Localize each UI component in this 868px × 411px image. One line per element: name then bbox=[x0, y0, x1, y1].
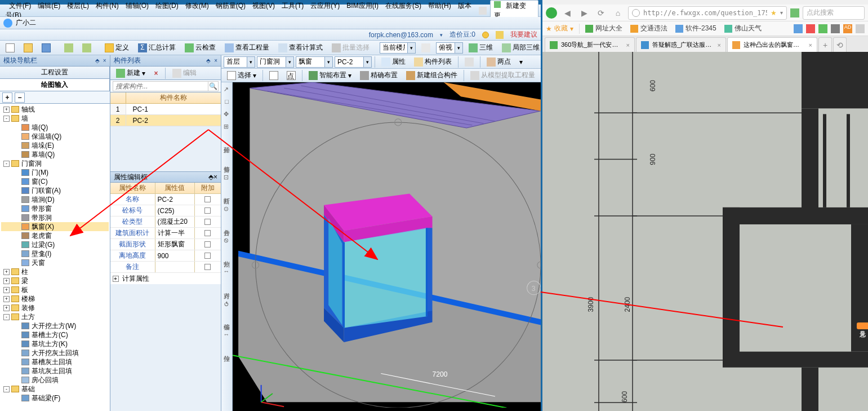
local-3d-button[interactable]: 局部三维 bbox=[498, 41, 543, 54]
dropdown-icon[interactable] bbox=[479, 7, 487, 15]
tree-node[interactable]: 过梁(G) bbox=[1, 240, 109, 249]
tree-node[interactable]: -土方 bbox=[1, 312, 109, 321]
menu-item[interactable]: BIM应用(I) bbox=[343, 1, 382, 11]
tree-node[interactable]: -墙 bbox=[1, 114, 109, 123]
vtool-button[interactable]: ⊡ bbox=[222, 173, 232, 182]
side-badge[interactable]: 意见 bbox=[857, 322, 868, 329]
tree-node[interactable]: 老虎窗 bbox=[1, 231, 109, 240]
toggle-icon[interactable]: - bbox=[3, 161, 10, 167]
property-button[interactable]: 属性 bbox=[378, 55, 409, 68]
vtool-button[interactable]: ⟲ bbox=[222, 299, 232, 308]
ad-icon[interactable]: AD bbox=[843, 24, 852, 33]
tree-node[interactable]: 飘窗(X) bbox=[1, 222, 109, 231]
tree-node[interactable]: 保温墙(Q) bbox=[1, 132, 109, 141]
3d-viewport[interactable]: 7200 3 bbox=[233, 82, 541, 411]
menu-item[interactable]: 绘图(D) bbox=[152, 1, 182, 11]
checkbox[interactable] bbox=[204, 196, 211, 202]
expand-all-button[interactable]: + bbox=[2, 92, 12, 103]
tree-node[interactable]: 墙洞(D) bbox=[1, 195, 109, 204]
menu-item[interactable]: 修改(M) bbox=[182, 1, 212, 11]
chevron-down-icon[interactable]: ▾ bbox=[455, 43, 462, 53]
tree-node[interactable]: 带形洞 bbox=[1, 213, 109, 222]
prop-value[interactable]: PC-2 bbox=[155, 194, 195, 205]
vtool-button[interactable]: 合并 bbox=[222, 216, 232, 232]
vtool-button[interactable]: 修剪 bbox=[222, 153, 232, 169]
menu-item[interactable]: 辅轴(O) bbox=[122, 1, 152, 11]
snap1-button[interactable] bbox=[266, 69, 282, 82]
menu-item[interactable]: 云应用(Y) bbox=[307, 1, 343, 11]
item-select[interactable]: ▾ bbox=[335, 56, 372, 68]
dd-button[interactable]: ▾ bbox=[516, 56, 526, 68]
chevron-down-icon[interactable]: ▾ bbox=[247, 57, 255, 67]
prop-row[interactable]: 砼类型(混凝土20 bbox=[110, 216, 221, 228]
floor-combo[interactable]: ▾ bbox=[380, 42, 416, 54]
tree-node[interactable]: 基坑土方(K) bbox=[1, 339, 109, 348]
vtool-button[interactable]: ⊙ bbox=[222, 204, 232, 213]
define-button[interactable]: 定义 bbox=[101, 41, 132, 54]
3d-button[interactable]: 三维 bbox=[465, 41, 496, 54]
tree-node[interactable]: 基槽土方(C) bbox=[1, 330, 109, 339]
tree-node[interactable]: 幕墙(Q) bbox=[1, 150, 109, 159]
floor-icon-button[interactable] bbox=[418, 42, 434, 54]
nav-tree[interactable]: +轴线-墙墙(Q)保温墙(Q)墙垛(E)幕墙(Q)-门窗洞门(M)窗(C)门联窗… bbox=[0, 104, 110, 411]
star-icon[interactable]: ★ bbox=[771, 9, 777, 17]
save-button[interactable] bbox=[38, 42, 54, 54]
tree-node[interactable]: 带形窗 bbox=[1, 204, 109, 213]
browser-tab[interactable]: 答疑解惑_广联达服务新× bbox=[636, 37, 726, 52]
dropdown-icon[interactable]: ▾ bbox=[780, 10, 783, 16]
view-combo[interactable]: ▾ bbox=[436, 42, 463, 54]
browser-tab[interactable]: 这种凸出去的飘窗怎么× bbox=[727, 37, 817, 52]
prop-value[interactable]: (混凝土20 bbox=[155, 216, 195, 227]
menu-item[interactable]: 钢筋量(Q) bbox=[212, 1, 249, 11]
bookmark-item[interactable]: 软件-2345 bbox=[675, 24, 716, 33]
tree-node[interactable]: 窗(C) bbox=[1, 177, 109, 186]
toggle-icon[interactable]: + bbox=[3, 107, 10, 113]
checkbox[interactable] bbox=[204, 253, 211, 259]
select-button[interactable]: 选择 ▾ bbox=[224, 69, 260, 82]
prop-value[interactable]: 900 bbox=[155, 250, 195, 261]
menu-item[interactable]: 工具(T) bbox=[278, 1, 307, 11]
collapse-all-button[interactable]: − bbox=[15, 92, 25, 103]
vtool-button[interactable]: ⊘ bbox=[222, 236, 232, 245]
chevron-down-icon[interactable]: ▾ bbox=[363, 57, 371, 67]
url-input[interactable] bbox=[643, 9, 767, 17]
vtool-button[interactable]: 偏移 bbox=[222, 311, 232, 327]
smart-layout-button[interactable]: 智能布置 ▾ bbox=[305, 69, 355, 82]
tree-node[interactable]: 壁龛(I) bbox=[1, 249, 109, 258]
prop-value[interactable]: (C25) bbox=[155, 205, 195, 216]
tree-node[interactable]: +柱 bbox=[1, 267, 109, 276]
tab-close-icon[interactable]: × bbox=[626, 42, 630, 48]
ext5-icon[interactable] bbox=[856, 24, 865, 33]
toggle-icon[interactable]: + bbox=[3, 269, 10, 275]
new-doc-button[interactable] bbox=[2, 42, 18, 54]
expand-icon[interactable]: + bbox=[113, 276, 119, 282]
two-point-button[interactable]: 两点 bbox=[483, 55, 514, 68]
subcategory-select[interactable]: ▾ bbox=[296, 56, 333, 68]
tree-node[interactable]: -门窗洞 bbox=[1, 159, 109, 168]
chevron-down-icon[interactable]: ▾ bbox=[286, 57, 293, 67]
down-icon[interactable]: ▾ bbox=[440, 32, 443, 38]
menu-item[interactable]: 文件(F) bbox=[6, 1, 34, 11]
prop-value[interactable]: 矩形飘窗 bbox=[155, 239, 195, 250]
home-button[interactable]: ⌂ bbox=[611, 6, 625, 20]
table-row[interactable]: 1PC-1 bbox=[110, 104, 221, 115]
tab-project-settings[interactable]: 工程设置 bbox=[0, 67, 110, 78]
new-combo-button[interactable]: 新建组合构件 bbox=[403, 69, 461, 82]
view-calc-button[interactable]: 查看计算式 bbox=[275, 41, 326, 54]
toggle-icon[interactable]: - bbox=[3, 386, 10, 392]
table-row[interactable]: 2PC-2 bbox=[110, 115, 221, 126]
sum-button[interactable]: Σ汇总计算 bbox=[135, 41, 179, 54]
tree-node[interactable]: 门联窗(A) bbox=[1, 186, 109, 195]
avatar-icon[interactable] bbox=[3, 19, 12, 28]
vtool-button[interactable]: 延伸 bbox=[222, 134, 232, 150]
extract-button[interactable]: 从模型提取工程量 bbox=[467, 69, 538, 82]
back-button[interactable]: ◀ bbox=[560, 6, 574, 20]
extension-icon[interactable] bbox=[790, 8, 799, 17]
reload-button[interactable]: ⟳ bbox=[594, 6, 608, 20]
checkbox[interactable] bbox=[204, 219, 211, 225]
close-icon[interactable]: × bbox=[103, 58, 106, 64]
toggle-icon[interactable]: + bbox=[3, 305, 10, 311]
view-input[interactable] bbox=[437, 43, 455, 53]
close-icon[interactable]: × bbox=[213, 173, 217, 181]
restore-tab-button[interactable]: ⟲ bbox=[833, 37, 847, 52]
